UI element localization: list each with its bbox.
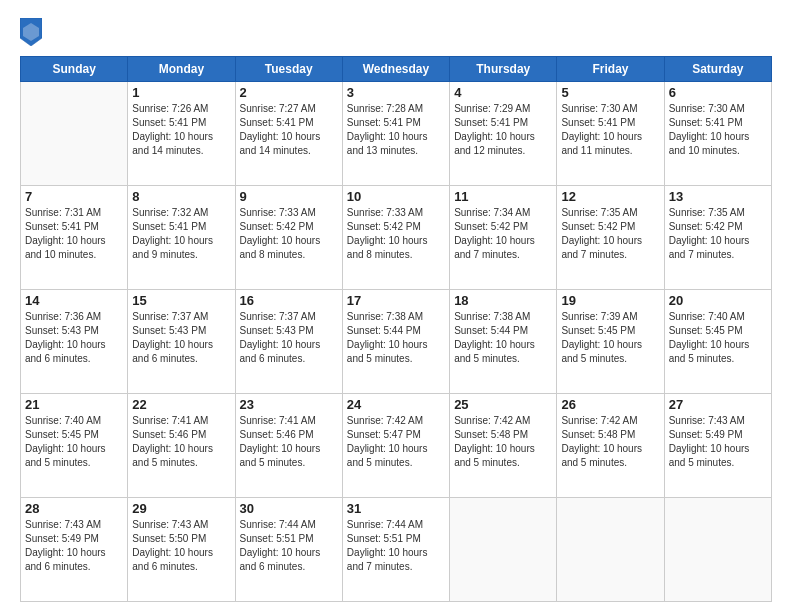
- calendar-week-5: 28Sunrise: 7:43 AMSunset: 5:49 PMDayligh…: [21, 498, 772, 602]
- day-number: 9: [240, 189, 338, 204]
- calendar-cell: 20Sunrise: 7:40 AMSunset: 5:45 PMDayligh…: [664, 290, 771, 394]
- calendar-cell: 7Sunrise: 7:31 AMSunset: 5:41 PMDaylight…: [21, 186, 128, 290]
- day-info: Sunrise: 7:40 AMSunset: 5:45 PMDaylight:…: [669, 310, 767, 366]
- day-info: Sunrise: 7:37 AMSunset: 5:43 PMDaylight:…: [132, 310, 230, 366]
- calendar-cell: 28Sunrise: 7:43 AMSunset: 5:49 PMDayligh…: [21, 498, 128, 602]
- day-number: 25: [454, 397, 552, 412]
- day-info: Sunrise: 7:32 AMSunset: 5:41 PMDaylight:…: [132, 206, 230, 262]
- calendar-cell: 24Sunrise: 7:42 AMSunset: 5:47 PMDayligh…: [342, 394, 449, 498]
- day-info: Sunrise: 7:33 AMSunset: 5:42 PMDaylight:…: [240, 206, 338, 262]
- day-number: 1: [132, 85, 230, 100]
- calendar-cell: 2Sunrise: 7:27 AMSunset: 5:41 PMDaylight…: [235, 82, 342, 186]
- calendar-cell: 12Sunrise: 7:35 AMSunset: 5:42 PMDayligh…: [557, 186, 664, 290]
- day-number: 11: [454, 189, 552, 204]
- day-info: Sunrise: 7:31 AMSunset: 5:41 PMDaylight:…: [25, 206, 123, 262]
- day-info: Sunrise: 7:37 AMSunset: 5:43 PMDaylight:…: [240, 310, 338, 366]
- calendar-cell: 6Sunrise: 7:30 AMSunset: 5:41 PMDaylight…: [664, 82, 771, 186]
- calendar-cell: 9Sunrise: 7:33 AMSunset: 5:42 PMDaylight…: [235, 186, 342, 290]
- day-number: 23: [240, 397, 338, 412]
- logo-icon: [20, 18, 42, 46]
- day-info: Sunrise: 7:39 AMSunset: 5:45 PMDaylight:…: [561, 310, 659, 366]
- day-number: 4: [454, 85, 552, 100]
- day-info: Sunrise: 7:35 AMSunset: 5:42 PMDaylight:…: [561, 206, 659, 262]
- calendar-cell: 15Sunrise: 7:37 AMSunset: 5:43 PMDayligh…: [128, 290, 235, 394]
- day-number: 12: [561, 189, 659, 204]
- calendar-week-1: 1Sunrise: 7:26 AMSunset: 5:41 PMDaylight…: [21, 82, 772, 186]
- calendar-cell: 19Sunrise: 7:39 AMSunset: 5:45 PMDayligh…: [557, 290, 664, 394]
- day-number: 20: [669, 293, 767, 308]
- calendar-cell: 25Sunrise: 7:42 AMSunset: 5:48 PMDayligh…: [450, 394, 557, 498]
- day-number: 21: [25, 397, 123, 412]
- day-info: Sunrise: 7:44 AMSunset: 5:51 PMDaylight:…: [347, 518, 445, 574]
- day-number: 26: [561, 397, 659, 412]
- day-number: 15: [132, 293, 230, 308]
- calendar-cell: 3Sunrise: 7:28 AMSunset: 5:41 PMDaylight…: [342, 82, 449, 186]
- calendar-cell: 16Sunrise: 7:37 AMSunset: 5:43 PMDayligh…: [235, 290, 342, 394]
- day-number: 10: [347, 189, 445, 204]
- day-number: 16: [240, 293, 338, 308]
- day-info: Sunrise: 7:38 AMSunset: 5:44 PMDaylight:…: [454, 310, 552, 366]
- calendar-cell: 4Sunrise: 7:29 AMSunset: 5:41 PMDaylight…: [450, 82, 557, 186]
- weekday-header-friday: Friday: [557, 57, 664, 82]
- day-info: Sunrise: 7:33 AMSunset: 5:42 PMDaylight:…: [347, 206, 445, 262]
- day-number: 24: [347, 397, 445, 412]
- day-number: 28: [25, 501, 123, 516]
- calendar-cell: 14Sunrise: 7:36 AMSunset: 5:43 PMDayligh…: [21, 290, 128, 394]
- day-number: 14: [25, 293, 123, 308]
- calendar-cell: 21Sunrise: 7:40 AMSunset: 5:45 PMDayligh…: [21, 394, 128, 498]
- day-number: 29: [132, 501, 230, 516]
- day-info: Sunrise: 7:34 AMSunset: 5:42 PMDaylight:…: [454, 206, 552, 262]
- calendar-cell: 18Sunrise: 7:38 AMSunset: 5:44 PMDayligh…: [450, 290, 557, 394]
- calendar-cell: 1Sunrise: 7:26 AMSunset: 5:41 PMDaylight…: [128, 82, 235, 186]
- weekday-header-tuesday: Tuesday: [235, 57, 342, 82]
- header: [20, 18, 772, 46]
- day-number: 22: [132, 397, 230, 412]
- weekday-header-thursday: Thursday: [450, 57, 557, 82]
- day-info: Sunrise: 7:42 AMSunset: 5:48 PMDaylight:…: [454, 414, 552, 470]
- calendar-cell: [664, 498, 771, 602]
- day-info: Sunrise: 7:41 AMSunset: 5:46 PMDaylight:…: [240, 414, 338, 470]
- calendar-cell: [557, 498, 664, 602]
- day-info: Sunrise: 7:28 AMSunset: 5:41 PMDaylight:…: [347, 102, 445, 158]
- day-info: Sunrise: 7:26 AMSunset: 5:41 PMDaylight:…: [132, 102, 230, 158]
- calendar-cell: 29Sunrise: 7:43 AMSunset: 5:50 PMDayligh…: [128, 498, 235, 602]
- day-info: Sunrise: 7:43 AMSunset: 5:49 PMDaylight:…: [25, 518, 123, 574]
- calendar-cell: 10Sunrise: 7:33 AMSunset: 5:42 PMDayligh…: [342, 186, 449, 290]
- day-info: Sunrise: 7:27 AMSunset: 5:41 PMDaylight:…: [240, 102, 338, 158]
- day-info: Sunrise: 7:30 AMSunset: 5:41 PMDaylight:…: [561, 102, 659, 158]
- calendar-header: SundayMondayTuesdayWednesdayThursdayFrid…: [21, 57, 772, 82]
- day-number: 8: [132, 189, 230, 204]
- day-info: Sunrise: 7:43 AMSunset: 5:49 PMDaylight:…: [669, 414, 767, 470]
- day-number: 31: [347, 501, 445, 516]
- calendar-cell: 30Sunrise: 7:44 AMSunset: 5:51 PMDayligh…: [235, 498, 342, 602]
- calendar-week-3: 14Sunrise: 7:36 AMSunset: 5:43 PMDayligh…: [21, 290, 772, 394]
- day-info: Sunrise: 7:44 AMSunset: 5:51 PMDaylight:…: [240, 518, 338, 574]
- day-info: Sunrise: 7:40 AMSunset: 5:45 PMDaylight:…: [25, 414, 123, 470]
- day-number: 13: [669, 189, 767, 204]
- calendar-cell: 26Sunrise: 7:42 AMSunset: 5:48 PMDayligh…: [557, 394, 664, 498]
- day-info: Sunrise: 7:42 AMSunset: 5:47 PMDaylight:…: [347, 414, 445, 470]
- day-info: Sunrise: 7:36 AMSunset: 5:43 PMDaylight:…: [25, 310, 123, 366]
- calendar-cell: 27Sunrise: 7:43 AMSunset: 5:49 PMDayligh…: [664, 394, 771, 498]
- day-info: Sunrise: 7:42 AMSunset: 5:48 PMDaylight:…: [561, 414, 659, 470]
- calendar-cell: 13Sunrise: 7:35 AMSunset: 5:42 PMDayligh…: [664, 186, 771, 290]
- weekday-row: SundayMondayTuesdayWednesdayThursdayFrid…: [21, 57, 772, 82]
- day-info: Sunrise: 7:38 AMSunset: 5:44 PMDaylight:…: [347, 310, 445, 366]
- calendar-week-2: 7Sunrise: 7:31 AMSunset: 5:41 PMDaylight…: [21, 186, 772, 290]
- day-info: Sunrise: 7:43 AMSunset: 5:50 PMDaylight:…: [132, 518, 230, 574]
- calendar-cell: 23Sunrise: 7:41 AMSunset: 5:46 PMDayligh…: [235, 394, 342, 498]
- calendar-cell: 11Sunrise: 7:34 AMSunset: 5:42 PMDayligh…: [450, 186, 557, 290]
- day-number: 5: [561, 85, 659, 100]
- day-number: 3: [347, 85, 445, 100]
- day-number: 19: [561, 293, 659, 308]
- calendar-cell: [450, 498, 557, 602]
- calendar-cell: [21, 82, 128, 186]
- calendar-cell: 8Sunrise: 7:32 AMSunset: 5:41 PMDaylight…: [128, 186, 235, 290]
- day-info: Sunrise: 7:35 AMSunset: 5:42 PMDaylight:…: [669, 206, 767, 262]
- weekday-header-wednesday: Wednesday: [342, 57, 449, 82]
- calendar-cell: 31Sunrise: 7:44 AMSunset: 5:51 PMDayligh…: [342, 498, 449, 602]
- calendar-cell: 17Sunrise: 7:38 AMSunset: 5:44 PMDayligh…: [342, 290, 449, 394]
- day-number: 18: [454, 293, 552, 308]
- day-number: 2: [240, 85, 338, 100]
- calendar-cell: 5Sunrise: 7:30 AMSunset: 5:41 PMDaylight…: [557, 82, 664, 186]
